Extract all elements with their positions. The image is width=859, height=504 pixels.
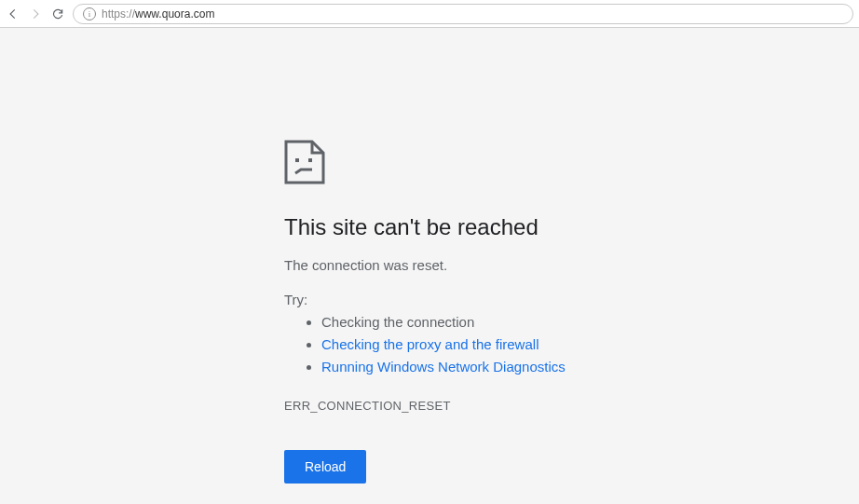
svg-rect-0 <box>295 158 299 162</box>
error-code: ERR_CONNECTION_RESET <box>284 399 859 413</box>
list-item: Checking the proxy and the firewall <box>321 334 859 356</box>
error-message: The connection was reset. <box>284 257 859 273</box>
suggestion-connection: Checking the connection <box>321 311 859 334</box>
error-heading: This site can't be reached <box>284 214 859 240</box>
reload-button[interactable]: Reload <box>284 450 366 484</box>
back-button[interactable] <box>6 7 20 21</box>
suggestion-proxy-link[interactable]: Checking the proxy and the firewall <box>321 336 539 352</box>
url-text: https://www.quora.com <box>102 7 214 20</box>
reload-icon[interactable] <box>50 7 65 21</box>
browser-toolbar: i https://www.quora.com <box>0 0 859 28</box>
site-info-icon[interactable]: i <box>83 7 96 20</box>
sad-page-icon <box>284 140 325 184</box>
list-item: Running Windows Network Diagnostics <box>321 356 859 378</box>
suggestions-list: Checking the connection Checking the pro… <box>284 311 859 378</box>
forward-button[interactable] <box>28 7 43 21</box>
svg-rect-1 <box>308 158 312 162</box>
try-label: Try: <box>284 292 859 307</box>
error-page-content: This site can't be reached The connectio… <box>0 28 859 484</box>
suggestion-diagnostics-link[interactable]: Running Windows Network Diagnostics <box>321 359 566 375</box>
address-bar[interactable]: i https://www.quora.com <box>73 4 853 24</box>
